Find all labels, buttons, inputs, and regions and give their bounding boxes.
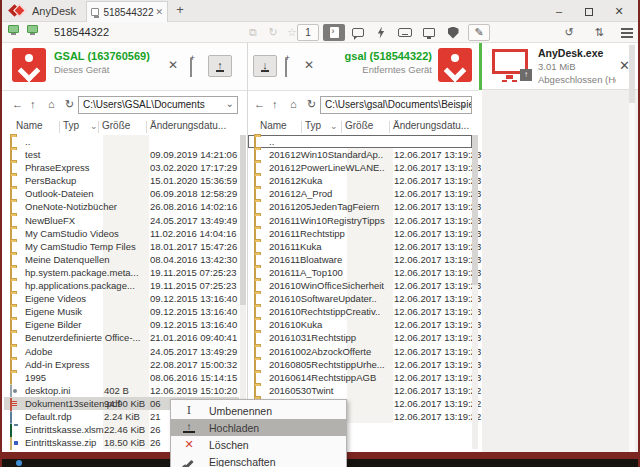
sidebar-scrollbar[interactable] (629, 43, 635, 452)
file-row[interactable]: 201611Win10RegistryTipps 12.06.2017 13:1… (248, 214, 472, 227)
file-row[interactable]: .. (248, 135, 472, 148)
window-close-button[interactable]: ✕ (606, 3, 632, 19)
file-row[interactable]: .. (4, 135, 239, 148)
file-date: 26 (150, 436, 161, 449)
permissions-button[interactable] (442, 24, 464, 41)
file-row[interactable]: 201612A_Prod 12.06.2017 13:19:23 (248, 187, 472, 200)
file-row[interactable]: Adobe 24.05.2017 13:49:29 (4, 345, 239, 358)
col-type[interactable]: Typ (63, 120, 79, 135)
col-date[interactable]: Änderungsdatu... (150, 120, 226, 135)
transfer-manager-button[interactable]: ⇅ (588, 24, 610, 41)
remote-scrollbar-thumb[interactable] (472, 135, 478, 285)
file-row[interactable]: Eigene Bilder 09.12.2015 13:16:40 (4, 318, 239, 331)
new-folder-icon (190, 58, 192, 77)
file-row[interactable]: PhraseExpress 03.02.2020 17:17:29 (4, 161, 239, 174)
file-row[interactable]: Add-in Express 22.08.2017 15:00:32 (4, 358, 239, 371)
file-row[interactable]: Benutzerdefinierte Office-... 21.01.2016… (4, 331, 239, 344)
file-row[interactable]: 201611Bloatware 12.06.2017 13:19:23 (248, 253, 472, 266)
file-row[interactable]: 201611Kuka 12.06.2017 13:19:23 (248, 240, 472, 253)
col-type[interactable]: Typ (305, 120, 321, 135)
file-row[interactable]: Meine Datenquellen 08.04.2016 13:42:30 (4, 253, 239, 266)
file-row[interactable]: 201610Kuka 12.06.2017 13:19:23 (248, 318, 472, 331)
file-row[interactable]: 20160530Twint 12.06.2017 13:19:22 (248, 384, 472, 397)
file-row[interactable]: OneNote-Notizbücher 26.08.2016 14:02:16 (4, 200, 239, 213)
file-row[interactable]: My CamStudio Videos 11.02.2016 14:04:16 (4, 227, 239, 240)
app-label: AnyDesk (32, 5, 76, 17)
actions-button[interactable] (370, 24, 392, 41)
file-row[interactable]: 201612Kuka 12.06.2017 13:19:23 (248, 174, 472, 187)
col-name[interactable]: Name (260, 120, 287, 135)
upload-button[interactable]: ↑ (208, 55, 232, 77)
session-tab[interactable]: 518544322 ✕ (86, 1, 168, 22)
col-name[interactable]: Name (16, 120, 43, 135)
context-menu-item[interactable]: ✕ Löschen (171, 436, 346, 453)
file-name: hp.applications.package... (25, 279, 135, 292)
menu-button[interactable] (616, 24, 638, 41)
back-button[interactable]: ← (254, 98, 265, 110)
col-size[interactable]: Größe (345, 120, 373, 135)
file-row[interactable]: 20160805RechtstippUrhe... 12.06.2017 13:… (248, 358, 472, 371)
file-row[interactable]: 201610RechtstippCreativ.. 12.06.2017 13:… (248, 305, 472, 318)
file-row[interactable]: 201612Win10StandardAp.. 12.06.2017 13:19… (248, 148, 472, 161)
file-transfer-button[interactable] (323, 24, 345, 41)
sidebar-scrollbar-thumb[interactable] (629, 45, 635, 103)
remote-path-input[interactable]: C:\Users\gsal\Documents\Beispielfi (320, 96, 472, 114)
file-row[interactable]: hp.system.package.meta... 19.11.2015 07:… (4, 266, 239, 279)
context-menu-item[interactable]: I Umbenennen (171, 402, 346, 419)
refresh-button[interactable]: ↻ (65, 98, 74, 111)
file-row[interactable]: 201611A_Top100 12.06.2017 13:19:23 (248, 266, 472, 279)
display-button[interactable] (418, 24, 440, 41)
home-button[interactable]: ⌂ (290, 98, 297, 110)
maximize-button[interactable] (576, 3, 602, 19)
file-row[interactable]: 20160614RechtstippAGB 12.06.2017 13:19:2… (248, 371, 472, 384)
tab-close-icon[interactable]: ✕ (155, 7, 163, 17)
local-path-input[interactable]: C:\Users\GSAL\Documents (78, 96, 238, 114)
file-date: 26 (150, 423, 161, 436)
file-row[interactable]: 1995 08.06.2016 15:14:15 (4, 371, 239, 384)
col-date[interactable]: Änderungsdatu... (393, 120, 469, 135)
file-row[interactable]: My CamStudio Temp Files 18.01.2017 15:47… (4, 240, 239, 253)
transfer-file-size: 3.01 MiB (538, 61, 576, 72)
col-size[interactable]: Größe (102, 120, 130, 135)
file-row[interactable]: NewBlueFX 24.05.2017 13:49:49 (4, 214, 239, 227)
file-row[interactable]: desktop.ini 402 B 12.06.2019 15:10:20 (4, 384, 239, 397)
context-menu-item[interactable]: Eigenschaften (171, 453, 346, 467)
chat-button[interactable] (347, 24, 369, 41)
file-row[interactable]: 20161002AbzockOfferte 12.06.2017 13:19:2… (248, 345, 472, 358)
file-name: Adobe (25, 345, 52, 358)
new-tab-button[interactable]: + (172, 2, 188, 17)
history-button[interactable]: ↺ (558, 24, 580, 41)
address-text[interactable]: 518544322 (54, 26, 109, 38)
local-close-button[interactable]: ✕ (168, 58, 178, 72)
refresh-button[interactable]: ↻ (307, 98, 316, 111)
file-row[interactable]: 201610WinOfficeSicherheit 12.06.2017 13:… (248, 279, 472, 292)
minimize-button[interactable]: – (546, 3, 572, 19)
file-row[interactable]: Eigene Videos 09.12.2015 13:16:40 (4, 292, 239, 305)
monitor-select-button[interactable]: 1 (297, 24, 319, 41)
up-button[interactable]: ↑ (30, 98, 36, 110)
file-row[interactable]: 201612PowerLineWLANE.. 12.06.2017 13:19:… (248, 161, 472, 174)
file-size: 402 B (104, 384, 129, 397)
up-button[interactable]: ↑ (272, 98, 278, 110)
file-row[interactable]: 201610SoftwareUpdater.. 12.06.2017 13:19… (248, 292, 472, 305)
file-row[interactable]: PersBackup 15.01.2020 15:36:59 (4, 174, 239, 187)
file-name: 201610WinOfficeSicherheit (269, 279, 384, 292)
file-row[interactable]: test 09.09.2019 14:21:06 (4, 148, 239, 161)
file-row[interactable]: Outlook-Dateien 06.09.2018 12:58:29 (4, 187, 239, 200)
local-newfolder-button[interactable] (190, 59, 192, 77)
file-row[interactable]: 20161205JedenTagFeiern 12.06.2017 13:19:… (248, 200, 472, 213)
keyboard-button[interactable] (394, 24, 416, 41)
file-row[interactable]: Eigene Musik 09.12.2015 13:16:40 (4, 305, 239, 318)
file-row[interactable]: 20161031Rechtstipp 12.06.2017 13:19:23 (248, 331, 472, 344)
home-button[interactable]: ⌂ (48, 98, 55, 110)
download-button[interactable]: ↓ (253, 55, 277, 77)
local-scrollbar-thumb[interactable] (240, 135, 246, 305)
file-row[interactable]: hp.applications.package... 19.11.2015 07… (4, 279, 239, 292)
back-button[interactable]: ← (12, 98, 23, 110)
file-row[interactable]: 201611Rechtstipp 12.06.2017 13:19:23 (248, 227, 472, 240)
context-menu-item[interactable]: ↑ Hochladen (171, 419, 346, 436)
file-name: 20161031Rechtstipp (269, 331, 356, 344)
taskbar-app-icon (16, 460, 22, 466)
file-date: 12.06.2017 13:19:23 (394, 187, 481, 200)
whiteboard-button[interactable]: ✎ (468, 24, 490, 41)
